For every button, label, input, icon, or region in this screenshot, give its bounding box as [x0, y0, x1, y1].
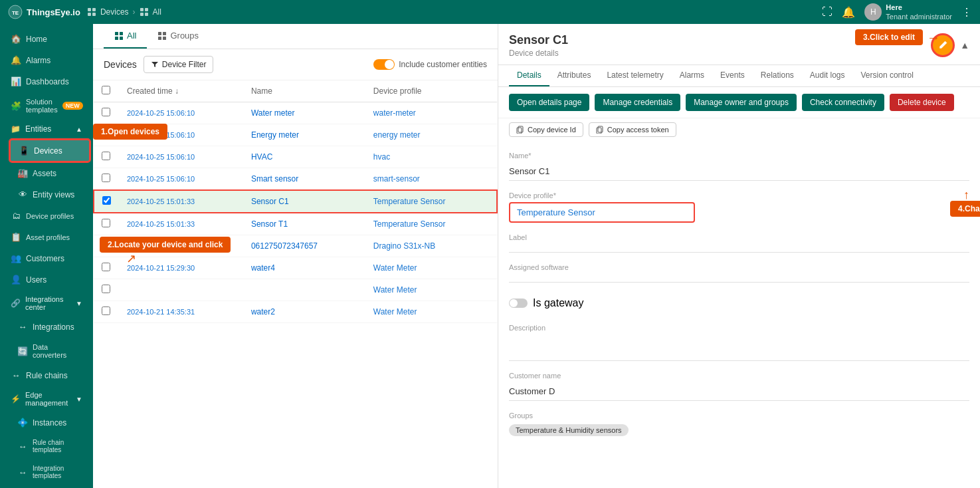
- toggle-knob: [385, 60, 394, 69]
- rule-chain-templates-icon: ↔: [17, 441, 28, 451]
- manage-owner-button[interactable]: Manage owner and groups: [686, 94, 797, 111]
- row-checkbox-cell[interactable]: [94, 213, 119, 235]
- row-checkbox-cell[interactable]: [94, 257, 119, 279]
- table-row[interactable]: 2024-10-22 16:12:06 061275072347657 Drag…: [94, 235, 497, 257]
- sidebar-item-users[interactable]: 👤 Users: [3, 269, 90, 290]
- tab-details[interactable]: Details: [509, 65, 549, 86]
- customers-icon: 👥: [11, 253, 21, 263]
- row-checkbox[interactable]: [102, 152, 110, 160]
- edit-device-button[interactable]: [931, 33, 955, 57]
- sidebar-item-integrations[interactable]: ↔ Integrations: [9, 316, 90, 337]
- app-logo[interactable]: TE ThingsEye.io: [8, 5, 80, 19]
- sidebar-item-customers[interactable]: 👥 Customers: [3, 248, 90, 269]
- table-row[interactable]: 2024-10-25 15:06:10 Smart sensor smart-s…: [94, 168, 497, 191]
- row-device-name[interactable]: [243, 279, 365, 301]
- table-row[interactable]: 2024-10-21 15:29:30 water4 Water Meter: [94, 257, 497, 279]
- table-row[interactable]: 2024-10-21 14:35:31 water2 Water Meter: [94, 301, 497, 323]
- sidebar-item-solution-templates[interactable]: 🧩 Solution templates NEW: [3, 92, 90, 119]
- row-device-name[interactable]: water4: [243, 257, 365, 279]
- row-device-name[interactable]: Sensor T1: [243, 213, 365, 235]
- open-details-page-button[interactable]: Open details page: [509, 94, 589, 111]
- tab-alarms[interactable]: Alarms: [672, 65, 712, 86]
- row-checkbox[interactable]: [102, 219, 110, 227]
- sidebar-item-instances[interactable]: 💠 Instances: [9, 412, 90, 433]
- row-checkbox-cell[interactable]: [94, 124, 119, 146]
- sidebar-item-integration-templates[interactable]: ↔ Integration templates: [9, 459, 90, 485]
- tab-attributes[interactable]: Attributes: [549, 65, 599, 86]
- sidebar-item-assets[interactable]: 🏭 Assets: [9, 163, 90, 183]
- row-checkbox-cell[interactable]: [94, 168, 119, 191]
- row-device-name[interactable]: Energy meter: [243, 124, 365, 146]
- check-connectivity-button[interactable]: Check connectivity: [802, 94, 884, 111]
- sidebar-item-entity-views[interactable]: 👁 Entity views: [9, 184, 90, 205]
- table-row[interactable]: 2024-10-25 15:06:10 Water meter water-me…: [94, 102, 497, 124]
- sidebar-item-device-profiles[interactable]: 🗂 Device profiles: [3, 205, 90, 226]
- row-checkbox-cell[interactable]: [94, 190, 119, 213]
- detail-header: Sensor C1 Device details ▲: [498, 24, 980, 65]
- row-checkbox-cell[interactable]: [94, 279, 119, 301]
- tab-events[interactable]: Events: [712, 65, 753, 86]
- table-row[interactable]: 2024-10-25 15:01:33 Sensor T1 Temperatur…: [94, 213, 497, 235]
- row-checkbox-cell[interactable]: [94, 146, 119, 168]
- manage-credentials-button[interactable]: Manage credentials: [595, 94, 680, 111]
- devices-data-table: Created time ↓ Name Device profile 2024-…: [93, 80, 498, 323]
- row-checkbox-cell[interactable]: [94, 235, 119, 257]
- row-checkbox[interactable]: [102, 108, 110, 116]
- row-created-time: 2024-10-25 15:01:33: [119, 213, 243, 235]
- is-gateway-toggle[interactable]: [509, 299, 528, 308]
- delete-device-button[interactable]: Delete device: [890, 94, 954, 111]
- row-checkbox[interactable]: [102, 285, 110, 293]
- row-device-name[interactable]: 061275072347657: [243, 235, 365, 257]
- row-checkbox[interactable]: [102, 263, 110, 271]
- fullscreen-button[interactable]: ⛶: [822, 6, 833, 18]
- device-filter-button[interactable]: Device Filter: [144, 56, 214, 73]
- row-device-name[interactable]: Sensor C1: [243, 190, 365, 213]
- row-device-name[interactable]: Water meter: [243, 102, 365, 124]
- row-checkbox[interactable]: [102, 241, 110, 249]
- row-checkbox-cell[interactable]: [94, 301, 119, 323]
- sidebar-item-rule-chains[interactable]: ↔ Rule chains: [3, 365, 90, 386]
- row-checkbox[interactable]: [102, 130, 110, 138]
- sidebar-item-asset-profiles[interactable]: 📋 Asset profiles: [3, 227, 90, 247]
- sidebar-integrations-header[interactable]: 🔗 Integrations center ▼: [3, 291, 90, 316]
- more-options-button[interactable]: ⋮: [961, 6, 972, 19]
- sidebar-item-converter-templates[interactable]: 🔄 Converter templates: [9, 485, 90, 488]
- row-checkbox[interactable]: [102, 196, 111, 205]
- row-checkbox[interactable]: [102, 174, 110, 182]
- sidebar-item-home[interactable]: 🏠 Home: [3, 29, 90, 49]
- table-row[interactable]: Water Meter: [94, 279, 497, 301]
- row-device-name[interactable]: water2: [243, 301, 365, 323]
- device-profile-input[interactable]: [509, 202, 695, 223]
- select-all-checkbox[interactable]: [102, 86, 110, 94]
- select-all-header[interactable]: [94, 80, 119, 102]
- sidebar-item-data-converters[interactable]: 🔄 Data converters: [9, 338, 90, 364]
- toggle-switch-control[interactable]: [373, 59, 395, 70]
- tab-relations[interactable]: Relations: [753, 65, 802, 86]
- field-device-profile: Device profile*: [509, 191, 969, 223]
- notifications-button[interactable]: 🔔: [842, 6, 855, 19]
- row-created-time: 2024-10-25 15:06:10: [119, 124, 243, 146]
- row-checkbox[interactable]: [102, 306, 110, 315]
- table-row[interactable]: 2024-10-25 15:06:10 Energy meter energy …: [94, 124, 497, 146]
- include-customer-toggle[interactable]: Include customer entities: [373, 59, 487, 70]
- row-checkbox-cell[interactable]: [94, 102, 119, 124]
- row-device-name[interactable]: HVAC: [243, 146, 365, 168]
- copy-access-token-button[interactable]: Copy access token: [589, 122, 676, 137]
- tab-groups[interactable]: Groups: [147, 24, 209, 49]
- sidebar-item-rule-chain-templates[interactable]: ↔ Rule chain templates: [9, 433, 90, 459]
- tab-version-control[interactable]: Version control: [853, 65, 922, 86]
- table-row[interactable]: 2024-10-25 15:06:10 HVAC hvac: [94, 146, 497, 168]
- table-row[interactable]: 2024-10-25 15:01:33 Sensor C1 Temperatur…: [94, 190, 497, 213]
- row-device-name[interactable]: Smart sensor: [243, 168, 365, 191]
- tab-latest-telemetry[interactable]: Latest telemetry: [599, 65, 671, 86]
- sidebar-edge-header[interactable]: ⚡ Edge management ▼: [3, 386, 90, 412]
- sidebar-item-alarms[interactable]: 🔔 Alarms: [3, 50, 90, 70]
- copy-device-id-button[interactable]: Copy device Id: [509, 122, 583, 137]
- collapse-panel-button[interactable]: ▲: [960, 40, 969, 51]
- sidebar-entities-header[interactable]: 📁 Entities ▲: [3, 120, 90, 138]
- tab-all[interactable]: All: [104, 24, 147, 49]
- tab-audit-logs[interactable]: Audit logs: [802, 65, 853, 86]
- pencil-icon: [937, 40, 948, 51]
- sidebar-item-devices[interactable]: 📱 Devices: [9, 139, 90, 162]
- sidebar-item-dashboards[interactable]: 📊 Dashboards: [3, 71, 90, 92]
